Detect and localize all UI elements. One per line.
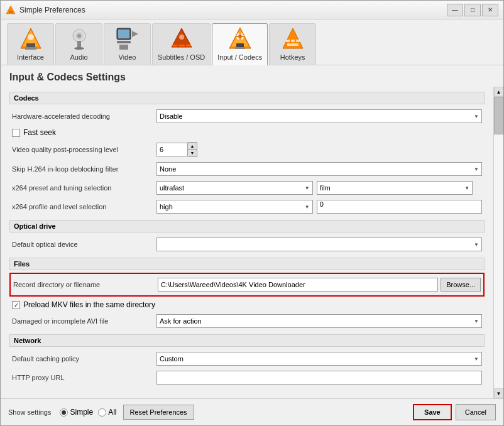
tab-interface[interactable]: Interface — [7, 23, 54, 65]
skip-h264-value: None — [160, 165, 176, 173]
caching-policy-arrow: ▼ — [474, 356, 479, 362]
tab-video-label: Video — [119, 53, 136, 61]
damaged-avi-arrow: ▼ — [474, 319, 479, 324]
tab-hotkeys-label: Hotkeys — [280, 53, 305, 61]
damaged-avi-dropdown[interactable]: Ask for action ▼ — [156, 314, 482, 328]
audio-icon — [67, 26, 92, 52]
video-quality-input[interactable]: 6 — [156, 143, 188, 156]
x264-profile-arrow: ▼ — [305, 204, 310, 210]
damaged-avi-control: Ask for action ▼ — [156, 314, 482, 328]
tab-hotkeys[interactable]: Hotkeys — [269, 23, 316, 65]
codecs-section-header: Codecs — [9, 92, 485, 104]
maximize-button[interactable]: □ — [464, 4, 481, 16]
x264-preset-arrow1: ▼ — [305, 185, 310, 191]
tab-subtitles-label: Subtitles / OSD — [158, 53, 205, 61]
svg-rect-17 — [119, 45, 128, 50]
svg-point-10 — [77, 34, 81, 38]
reset-preferences-button[interactable]: Reset Preferences — [123, 405, 194, 420]
close-button[interactable]: ✕ — [482, 4, 498, 16]
spin-up[interactable]: ▲ — [188, 143, 197, 150]
window-title: Simple Preferences — [19, 6, 85, 14]
svg-point-12 — [74, 47, 84, 50]
radio-all[interactable]: All — [98, 408, 116, 417]
radio-all-button[interactable] — [98, 408, 106, 417]
record-dir-value: C:\Users\Wareed\Videos\4K Video Download… — [161, 281, 305, 288]
x264-preset-arrow2: ▼ — [464, 185, 469, 191]
scroll-thumb[interactable] — [494, 97, 503, 134]
files-section-header: Files — [9, 258, 485, 270]
damaged-avi-value: Ask for action — [160, 317, 202, 325]
x264-preset-control: ultrafast ▼ film ▼ — [156, 181, 482, 195]
video-quality-control: 6 ▲ ▼ — [156, 142, 482, 157]
tab-input[interactable]: Input / Codecs — [212, 23, 268, 65]
svg-rect-16 — [117, 41, 131, 43]
title-bar-buttons: — □ ✕ — [447, 4, 498, 16]
http-proxy-input[interactable] — [156, 371, 482, 385]
hw-decoding-dropdown[interactable]: Disable ▼ — [156, 109, 482, 123]
subtitles-icon — [169, 26, 194, 52]
hw-decoding-control: Disable ▼ — [156, 109, 482, 123]
hw-decoding-label: Hardware-accelerated decoding — [12, 112, 156, 120]
scrollbar: ▲ ▼ — [493, 87, 503, 398]
spin-down[interactable]: ▼ — [188, 150, 197, 156]
tab-video[interactable]: Video — [104, 23, 151, 65]
x264-profile-control: high ▼ 0 — [156, 200, 482, 214]
caching-policy-dropdown[interactable]: Custom ▼ — [156, 352, 482, 366]
optical-device-dropdown[interactable]: ▼ — [156, 238, 482, 251]
x264-level-input[interactable]: 0 — [317, 200, 482, 214]
fast-seek-checkbox[interactable] — [12, 129, 20, 137]
video-quality-label: Video quality post-processing level — [12, 146, 156, 153]
hw-decoding-arrow: ▼ — [474, 114, 479, 119]
svg-rect-2 — [8, 13, 13, 14]
x264-preset-dropdown2[interactable]: film ▼ — [317, 181, 473, 195]
skip-h264-arrow: ▼ — [474, 167, 479, 172]
svg-rect-14 — [118, 30, 129, 38]
record-dir-input[interactable]: C:\Users\Wareed\Videos\4K Video Download… — [158, 278, 438, 292]
title-bar: Simple Preferences — □ ✕ — [1, 1, 503, 19]
svg-rect-21 — [186, 45, 191, 46]
hw-decoding-value: Disable — [160, 112, 183, 120]
svg-rect-34 — [296, 40, 300, 42]
x264-preset-row: x264 preset and tuning selection ultrafa… — [9, 178, 485, 197]
x264-profile-label: x264 profile and level selection — [12, 203, 156, 210]
tab-interface-label: Interface — [17, 53, 44, 61]
x264-profile-dropdown[interactable]: high ▼ — [156, 200, 313, 214]
tab-subtitles[interactable]: Subtitles / OSD — [152, 23, 211, 65]
bottom-spacer — [9, 387, 485, 393]
skip-h264-control: None ▼ — [156, 162, 482, 176]
radio-group: Simple All — [60, 408, 116, 417]
interface-icon — [18, 26, 43, 52]
network-section-header: Network — [9, 334, 485, 347]
title-bar-left: Simple Preferences — [6, 5, 85, 15]
x264-profile-row: x264 profile and level selection high ▼ … — [9, 197, 485, 216]
preload-mkv-checkbox[interactable] — [12, 301, 20, 309]
caching-policy-label: Default caching policy — [12, 355, 156, 363]
optical-device-label: Default optical device — [12, 241, 156, 248]
scroll-up-button[interactable]: ▲ — [494, 87, 503, 97]
http-proxy-label: HTTP proxy URL — [12, 374, 156, 381]
tab-input-label: Input / Codecs — [217, 53, 262, 61]
optical-device-arrow: ▼ — [474, 242, 479, 248]
skip-h264-row: Skip H.264 in-loop deblocking filter Non… — [9, 160, 485, 178]
svg-rect-33 — [291, 40, 295, 42]
radio-simple-button[interactable] — [60, 408, 68, 417]
radio-simple[interactable]: Simple — [60, 408, 93, 417]
fast-seek-row: Fast seek — [9, 126, 485, 139]
cancel-button[interactable]: Cancel — [456, 404, 496, 420]
tab-audio[interactable]: Audio — [55, 23, 102, 65]
caching-policy-row: Default caching policy Custom ▼ — [9, 349, 485, 368]
caching-policy-value: Custom — [160, 355, 184, 363]
browse-button[interactable]: Browse... — [441, 278, 481, 292]
scroll-track[interactable] — [494, 97, 503, 388]
scroll-down-button[interactable]: ▼ — [494, 388, 503, 398]
preload-mkv-row: Preload MKV files in the same directory — [9, 298, 485, 312]
save-button[interactable]: Save — [413, 404, 452, 420]
radio-all-label: All — [108, 408, 116, 417]
bottom-bar: Show settings Simple All Reset Preferenc… — [1, 398, 503, 425]
x264-preset-dropdown1[interactable]: ultrafast ▼ — [156, 181, 313, 195]
skip-h264-dropdown[interactable]: None ▼ — [156, 162, 482, 176]
video-icon — [115, 26, 140, 52]
minimize-button[interactable]: — — [447, 4, 463, 16]
fast-seek-label: Fast seek — [23, 128, 56, 137]
x264-preset-value1: ultrafast — [160, 184, 184, 192]
